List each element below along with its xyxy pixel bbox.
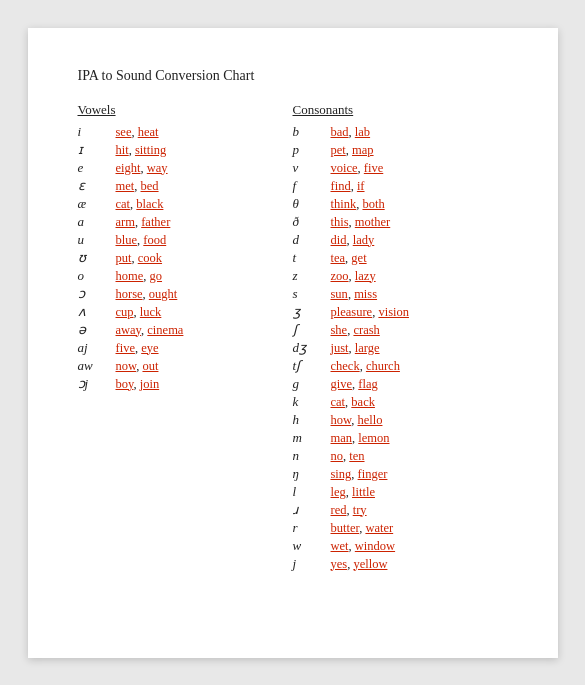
underlined-word: church — [366, 359, 400, 373]
example-words: sun, miss — [331, 287, 378, 302]
table-row: ʊput, cook — [78, 250, 293, 266]
underlined-word: give — [331, 377, 353, 391]
table-row: isee, heat — [78, 124, 293, 140]
ipa-symbol: ɛ — [78, 178, 116, 194]
ipa-symbol: w — [293, 538, 331, 554]
underlined-word: hello — [357, 413, 382, 427]
ipa-symbol: θ — [293, 196, 331, 212]
example-words: boy, join — [116, 377, 160, 392]
underlined-word: lady — [353, 233, 375, 247]
underlined-word: lab — [355, 125, 370, 139]
ipa-symbol: aw — [78, 358, 116, 374]
example-words: cat, black — [116, 197, 164, 212]
page-title: IPA to Sound Conversion Chart — [78, 68, 508, 84]
example-words: put, cook — [116, 251, 163, 266]
table-row: ssun, miss — [293, 286, 508, 302]
underlined-word: she — [331, 323, 348, 337]
table-row: ffind, if — [293, 178, 508, 194]
example-words: this, mother — [331, 215, 391, 230]
table-row: ɔjboy, join — [78, 376, 293, 392]
underlined-word: horse — [116, 287, 143, 301]
underlined-word: leg — [331, 485, 346, 499]
underlined-word: five — [116, 341, 135, 355]
example-words: cup, luck — [116, 305, 162, 320]
table-row: ddid, lady — [293, 232, 508, 248]
example-words: voice, five — [331, 161, 384, 176]
underlined-word: how — [331, 413, 352, 427]
underlined-word: way — [147, 161, 168, 175]
underlined-word: man — [331, 431, 353, 445]
table-row: ɹred, try — [293, 502, 508, 518]
example-words: red, try — [331, 503, 367, 518]
vowels-rows: isee, heatɪhit, sittingeeight, wayɛmet, … — [78, 124, 293, 392]
ipa-symbol: f — [293, 178, 331, 194]
underlined-word: sitting — [135, 143, 166, 157]
ipa-symbol: v — [293, 160, 331, 176]
table-row: ʌcup, luck — [78, 304, 293, 320]
ipa-symbol: u — [78, 232, 116, 248]
underlined-word: flag — [358, 377, 377, 391]
underlined-word: join — [140, 377, 159, 391]
underlined-word: check — [331, 359, 360, 373]
example-words: sing, finger — [331, 467, 388, 482]
example-words: butter, water — [331, 521, 394, 536]
ipa-symbol: ɔj — [78, 376, 116, 392]
example-words: home, go — [116, 269, 163, 284]
underlined-word: yes — [331, 557, 348, 571]
example-words: man, lemon — [331, 431, 390, 446]
table-row: aarm, father — [78, 214, 293, 230]
table-row: ɔhorse, ought — [78, 286, 293, 302]
underlined-word: just — [331, 341, 349, 355]
table-row: ppet, map — [293, 142, 508, 158]
underlined-word: food — [143, 233, 166, 247]
ipa-symbol: ɹ — [293, 502, 331, 518]
consonants-rows: bbad, labppet, mapvvoice, fiveffind, ifθ… — [293, 124, 508, 572]
underlined-word: black — [136, 197, 163, 211]
example-words: see, heat — [116, 125, 159, 140]
example-words: think, both — [331, 197, 385, 212]
ipa-symbol: ə — [78, 322, 116, 338]
table-row: ðthis, mother — [293, 214, 508, 230]
table-row: bbad, lab — [293, 124, 508, 140]
ipa-symbol: e — [78, 160, 116, 176]
ipa-symbol: ŋ — [293, 466, 331, 482]
ipa-symbol: ʌ — [78, 304, 116, 320]
table-row: hhow, hello — [293, 412, 508, 428]
table-row: ggive, flag — [293, 376, 508, 392]
example-words: yes, yellow — [331, 557, 388, 572]
underlined-word: ought — [149, 287, 177, 301]
table-row: wwet, window — [293, 538, 508, 554]
vowels-header: Vowels — [78, 102, 293, 118]
ipa-symbol: l — [293, 484, 331, 500]
ipa-symbol: ð — [293, 214, 331, 230]
ipa-symbol: r — [293, 520, 331, 536]
example-words: find, if — [331, 179, 365, 194]
ipa-symbol: p — [293, 142, 331, 158]
table-row: ɛmet, bed — [78, 178, 293, 194]
underlined-word: tea — [331, 251, 346, 265]
table-row: eeight, way — [78, 160, 293, 176]
ipa-symbol: t — [293, 250, 331, 266]
example-words: met, bed — [116, 179, 159, 194]
example-words: she, crash — [331, 323, 380, 338]
table-row: ʒpleasure, vision — [293, 304, 508, 320]
table-row: ttea, get — [293, 250, 508, 266]
underlined-word: yellow — [353, 557, 387, 571]
example-words: bad, lab — [331, 125, 371, 140]
underlined-word: both — [362, 197, 384, 211]
consonants-header: Consonants — [293, 102, 508, 118]
ipa-symbol: aj — [78, 340, 116, 356]
ipa-symbol: ʒ — [293, 304, 331, 320]
table-row: dʒjust, large — [293, 340, 508, 356]
example-words: check, church — [331, 359, 400, 374]
underlined-word: back — [351, 395, 375, 409]
underlined-word: water — [365, 521, 393, 535]
table-row: θthink, both — [293, 196, 508, 212]
table-row: nno, ten — [293, 448, 508, 464]
example-words: arm, father — [116, 215, 171, 230]
underlined-word: lazy — [355, 269, 376, 283]
underlined-word: cat — [116, 197, 131, 211]
underlined-word: bed — [141, 179, 159, 193]
underlined-word: see — [116, 125, 132, 139]
ipa-symbol: h — [293, 412, 331, 428]
